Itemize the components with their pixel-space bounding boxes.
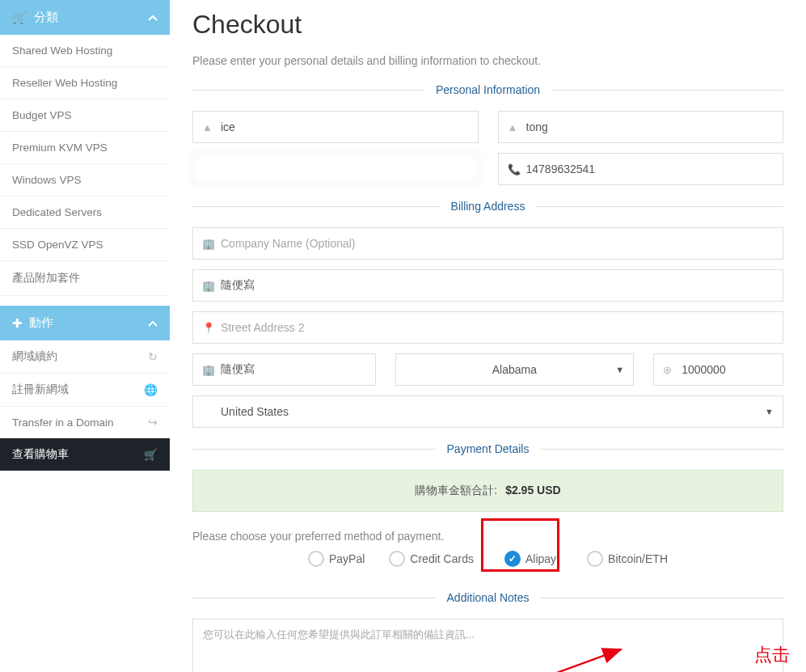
country-select[interactable]: United States (192, 395, 783, 428)
action-renew-domain[interactable]: 網域續約 ↻ (0, 340, 170, 374)
page-title: Checkout (192, 10, 783, 40)
category-windows-vps[interactable]: Windows VPS (0, 164, 170, 197)
payment-bitcoin[interactable]: Bitcoin/ETH (587, 551, 668, 567)
category-addons[interactable]: 產品附加套件 (0, 261, 170, 296)
state-select[interactable]: Alabama (395, 353, 635, 386)
main-content: Checkout Please enter your personal deta… (170, 0, 806, 672)
chevron-up-icon (148, 15, 158, 21)
map-marker-icon: 📍 (202, 322, 215, 334)
radio-unchecked-icon (389, 551, 405, 567)
section-personal-info: Personal Information (192, 83, 783, 96)
payment-options: PayPal Credit Cards ✓ Alipay Bitcoin/ETH (192, 547, 783, 570)
sidebar: 🛒分類 Shared Web Hosting Reseller Web Host… (0, 0, 170, 672)
category-budget-vps[interactable]: Budget VPS (0, 99, 170, 132)
radio-unchecked-icon (308, 551, 324, 567)
refresh-icon: ↻ (148, 350, 158, 363)
building-icon: 🏢 (202, 280, 215, 292)
section-billing: Billing Address (192, 200, 783, 213)
annotation-arrow-icon (435, 646, 629, 672)
action-register-domain[interactable]: 註冊新網域 🌐 (0, 374, 170, 407)
payment-paypal[interactable]: PayPal (308, 551, 365, 567)
first-name-input[interactable] (192, 111, 479, 143)
section-notes: Additional Notes (192, 591, 783, 604)
annotation-click-label: 点击 (754, 643, 790, 667)
street2-input[interactable] (192, 311, 783, 344)
page-subtitle: Please enter your personal details and b… (192, 54, 783, 67)
payment-credit-cards[interactable]: Credit Cards (389, 551, 474, 567)
user-icon: ▲ (202, 121, 213, 133)
globe-icon: 🌐 (144, 383, 158, 396)
email-input[interactable] (192, 153, 479, 185)
categories-header[interactable]: 🛒分類 (0, 0, 170, 35)
total-amount: $2.95 USD (505, 484, 560, 497)
cart-icon: 🛒 (144, 448, 158, 461)
zip-input[interactable] (653, 353, 783, 386)
annotation-highlight-box (481, 518, 559, 572)
category-dedicated[interactable]: Dedicated Servers (0, 197, 170, 229)
category-reseller-hosting[interactable]: Reseller Web Hosting (0, 67, 170, 99)
action-transfer-domain[interactable]: Transfer in a Domain ↪ (0, 407, 170, 438)
cart-icon: 🛒 (12, 11, 27, 25)
plus-icon: ✚ (12, 316, 23, 331)
action-view-cart[interactable]: 查看購物車 🛒 (0, 438, 170, 471)
last-name-input[interactable] (498, 111, 784, 143)
phone-input[interactable] (498, 153, 784, 185)
radio-unchecked-icon (587, 551, 603, 567)
category-ssd-openvz[interactable]: SSD OpenVZ VPS (0, 229, 170, 261)
company-input[interactable] (192, 227, 783, 260)
street1-input[interactable] (192, 269, 783, 302)
building-icon: 🏢 (202, 238, 215, 250)
user-icon: ▲ (508, 121, 518, 133)
actions-header[interactable]: ✚動作 (0, 306, 170, 340)
share-icon: ↪ (148, 416, 158, 429)
section-payment: Payment Details (192, 442, 783, 455)
certificate-icon: ⊛ (663, 364, 672, 376)
phone-icon: 📞 (508, 163, 521, 175)
city-input[interactable] (192, 353, 376, 386)
svg-line-0 (435, 649, 621, 672)
building-icon: 🏢 (202, 364, 215, 376)
chevron-up-icon (148, 320, 158, 327)
category-premium-kvm-vps[interactable]: Premium KVM VPS (0, 132, 170, 164)
cart-total: 購物車金額合計: $2.95 USD (192, 470, 783, 512)
category-shared-hosting[interactable]: Shared Web Hosting (0, 35, 170, 67)
